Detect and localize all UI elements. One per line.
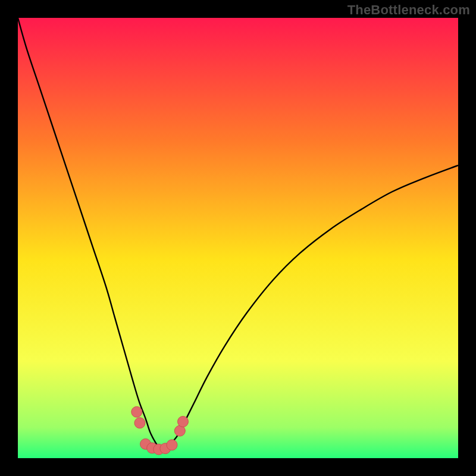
marker-group	[131, 406, 189, 455]
data-marker	[134, 418, 145, 428]
chart-svg	[18, 18, 458, 458]
curve-right	[163, 165, 458, 451]
data-marker	[167, 440, 177, 450]
data-marker	[131, 406, 142, 417]
curve-left	[18, 18, 163, 450]
plot-area	[18, 18, 458, 458]
data-marker	[178, 416, 189, 427]
chart-frame: TheBottleneck.com	[0, 0, 476, 476]
watermark-text: TheBottleneck.com	[347, 2, 470, 18]
